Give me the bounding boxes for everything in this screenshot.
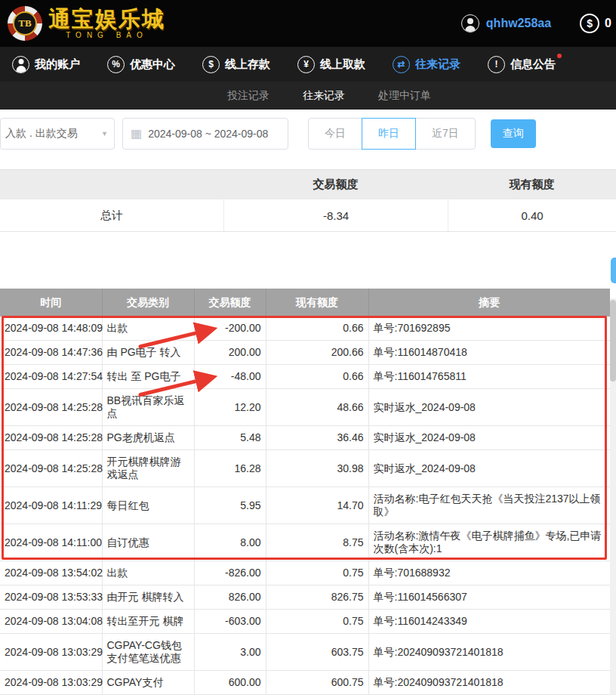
table-row: 2024-09-08 14:47:36由 PG电子 转入200.00200.66… [0, 341, 610, 365]
nav-item-deposit[interactable]: $ 线上存款 [202, 56, 270, 73]
tab-pending-orders[interactable]: 处理中订单 [378, 89, 431, 103]
quick-range-today-button[interactable]: 今日 [308, 118, 362, 150]
tab-transaction-records[interactable]: 往来记录 [303, 89, 345, 103]
cell-summary: 实时返水_2024-09-08 [368, 426, 610, 450]
username[interactable]: qhhw258aa [486, 17, 551, 30]
quick-range-7days-button[interactable]: 近7日 [415, 118, 476, 150]
table-row: 2024-09-08 14:11:29每日红包5.9514.70活动名称:电子红… [0, 487, 610, 524]
user-avatar-icon [461, 14, 479, 32]
cell-balance: 0.75 [266, 610, 368, 634]
nav-item-transaction-records[interactable]: ⇄ 往来记录 [393, 56, 460, 73]
cell-summary: 活动名称:电子红包天天抢《当天投注2137以上领取》 [368, 487, 610, 524]
col-header-amount: 交易额度 [194, 289, 266, 317]
cell-summary: 单号:116014566307 [368, 585, 610, 610]
cell-time: 2024-09-08 13:04:08 [0, 610, 102, 634]
promo-icon: % [107, 56, 125, 73]
cell-type: 出款 [102, 561, 194, 585]
cell-balance: 0.75 [266, 561, 368, 585]
transaction-type-select[interactable]: 入款 . 出款交易 ▼ [0, 118, 115, 150]
table-row: 2024-09-08 14:11:00自订优惠8.008.75活动名称:激情午夜… [0, 524, 610, 561]
cell-balance: 603.75 [266, 634, 368, 671]
logo-subtitle: TONG BAO [48, 31, 165, 40]
cell-summary: 单号:116014870418 [368, 341, 610, 365]
cell-type: 出款 [102, 317, 194, 341]
table-row: 2024-09-08 13:53:33由开元 棋牌转入826.00826.75单… [0, 585, 610, 610]
nav-label: 线上取款 [320, 57, 365, 72]
cell-amount: 5.95 [194, 487, 266, 524]
nav-label: 优惠中心 [130, 57, 175, 72]
floating-widget-partial[interactable] [611, 258, 616, 283]
cell-amount: -826.00 [194, 561, 266, 585]
date-range-picker[interactable]: ▦ 2024-09-08 ~ 2024-09-08 [122, 118, 288, 150]
cell-time: 2024-09-08 14:48:09 [0, 317, 102, 341]
cell-type: PG老虎机返点 [102, 426, 194, 450]
scrollbar-thumb[interactable] [610, 300, 616, 381]
table-row: 2024-09-08 14:48:09出款-200.000.66单号:70169… [0, 317, 610, 341]
summary-total-row: 总计 -8.34 0.40 [0, 199, 616, 232]
cell-balance: 36.46 [266, 426, 368, 450]
cell-time: 2024-09-08 14:25:28 [0, 426, 102, 450]
query-button[interactable]: 查询 [491, 119, 536, 148]
table-row: 2024-09-08 13:03:29CGPAY支付600.00600.75单号… [0, 671, 610, 695]
sub-tabs-inner: 投注记录 往来记录 处理中订单 [227, 89, 431, 103]
cell-summary: 单号:701692895 [368, 317, 610, 341]
records-table-body: 2024-09-08 14:48:09出款-200.000.66单号:70169… [0, 317, 610, 695]
table-row: 2024-09-08 14:25:28BB视讯百家乐返点12.2048.66实时… [0, 389, 610, 426]
balance-amount: 0 [605, 17, 611, 30]
main-nav: 我的账户 % 优惠中心 $ 线上存款 ¥ 线上取款 ⇄ 往来记录 ! 信息公告 [0, 47, 616, 82]
nav-label: 往来记录 [415, 57, 460, 72]
cell-summary: 单号:202409093721401818 [368, 634, 610, 671]
nav-item-promotions[interactable]: % 优惠中心 [107, 56, 175, 73]
chevron-down-icon: ▼ [101, 130, 108, 137]
nav-item-announcements[interactable]: ! 信息公告 [488, 56, 556, 73]
records-table-wrap: 时间 交易类别 交易额度 现有额度 摘要 2024-09-08 14:48:09… [0, 289, 616, 695]
cell-time: 2024-09-08 13:03:29 [0, 671, 102, 695]
logo[interactable]: TB 通宝娱乐城 TONG BAO [8, 6, 165, 41]
cell-balance: 826.75 [266, 585, 368, 610]
quick-range-group: 今日 昨日 近7日 [308, 118, 476, 150]
bell-icon: ! [488, 56, 505, 73]
summary-header-amount: 交易额度 [223, 178, 448, 192]
table-row: 2024-09-08 13:54:02出款-826.000.75单号:70168… [0, 561, 610, 585]
cell-amount: 600.00 [194, 671, 266, 695]
cell-balance: 0.66 [266, 317, 368, 341]
table-row: 2024-09-08 13:03:29CGPAY-CG钱包支付笔笔送优惠3.00… [0, 634, 610, 671]
cell-summary: 单号:116014765811 [368, 365, 610, 389]
records-table: 时间 交易类别 交易额度 现有额度 摘要 2024-09-08 14:48:09… [0, 289, 610, 695]
cell-amount: 200.00 [194, 341, 266, 365]
cell-type: 开元棋牌棋牌游戏返点 [102, 450, 194, 487]
select-value: 入款 . 出款交易 [5, 127, 101, 141]
table-row: 2024-09-08 13:04:08转出至开元 棋牌-603.000.75单号… [0, 610, 610, 634]
cell-balance: 600.75 [266, 671, 368, 695]
cell-type: 转出至开元 棋牌 [102, 610, 194, 634]
logo-title: 通宝娱乐城 [48, 7, 165, 31]
summary-header-balance: 现有额度 [448, 178, 616, 192]
cell-time: 2024-09-08 13:54:02 [0, 561, 102, 585]
nav-label: 线上存款 [225, 57, 270, 72]
cell-time: 2024-09-08 14:47:36 [0, 341, 102, 365]
records-icon: ⇄ [393, 56, 410, 73]
top-header: TB 通宝娱乐城 TONG BAO qhhw258aa $ 0 [0, 0, 616, 47]
records-table-head: 时间 交易类别 交易额度 现有额度 摘要 [0, 289, 610, 317]
casino-chip-label: TB [13, 11, 37, 36]
cell-amount: 16.28 [194, 450, 266, 487]
table-row: 2024-09-08 14:25:28开元棋牌棋牌游戏返点16.2830.98实… [0, 450, 610, 487]
nav-label: 我的账户 [35, 57, 80, 72]
summary-total-amount: -8.34 [223, 199, 448, 231]
page: TB 通宝娱乐城 TONG BAO qhhw258aa $ 0 我的账户 % 优… [0, 0, 616, 695]
cell-type: 自订优惠 [102, 524, 194, 561]
cell-balance: 30.98 [266, 450, 368, 487]
cell-balance: 48.66 [266, 389, 368, 426]
notification-dot [557, 54, 562, 58]
nav-item-my-account[interactable]: 我的账户 [12, 56, 80, 73]
quick-range-yesterday-button[interactable]: 昨日 [362, 118, 416, 150]
nav-item-withdraw[interactable]: ¥ 线上取款 [297, 56, 365, 73]
table-row: 2024-09-08 14:27:54转出 至 PG电子-48.000.66单号… [0, 365, 610, 389]
sub-tabs: 投注记录 往来记录 处理中订单 [0, 82, 616, 110]
tab-bet-records[interactable]: 投注记录 [227, 89, 270, 103]
cell-balance: 200.66 [266, 341, 368, 365]
date-range-value: 2024-09-08 ~ 2024-09-08 [148, 128, 268, 140]
summary-section: 交易额度 现有额度 总计 -8.34 0.40 [0, 169, 616, 232]
account-area: qhhw258aa $ 0 [461, 14, 611, 33]
currency-icon: $ [580, 14, 599, 33]
